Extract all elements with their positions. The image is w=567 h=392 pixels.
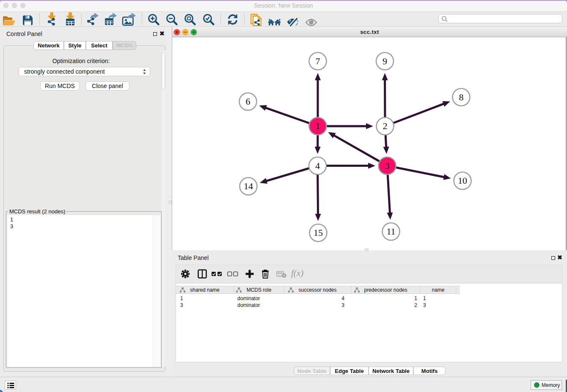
svg-text:2: 2 <box>383 121 388 131</box>
svg-text:15: 15 <box>314 227 323 238</box>
svg-text:6: 6 <box>246 96 250 107</box>
svg-text:8: 8 <box>459 92 464 102</box>
svg-text:11: 11 <box>386 226 395 237</box>
svg-text:10: 10 <box>458 175 467 186</box>
svg-text:4: 4 <box>315 160 320 171</box>
svg-text:14: 14 <box>244 181 253 191</box>
svg-text:9: 9 <box>383 56 387 66</box>
svg-text:1: 1 <box>316 121 320 131</box>
svg-text:7: 7 <box>316 56 320 66</box>
svg-text:3: 3 <box>385 160 390 171</box>
